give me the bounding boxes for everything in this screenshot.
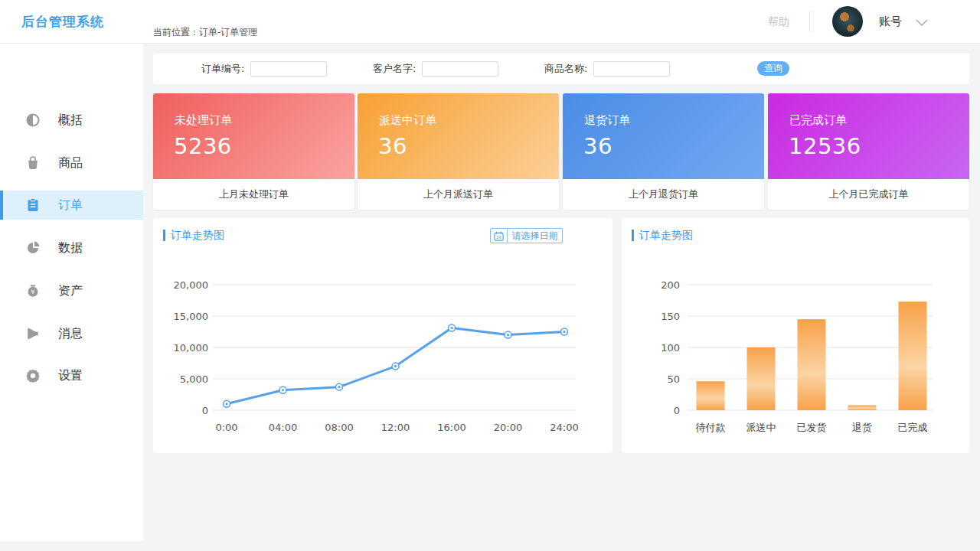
settings-icon (25, 368, 41, 383)
sidebar-item-label: 数据 (58, 240, 83, 256)
order-number-input[interactable] (250, 61, 327, 77)
order-trend-line-chart: 05,00010,00015,00020,0000:0004:0008:0012… (153, 256, 612, 448)
order-trend-bar-panel: 订单走势图 050100150200待付款派送中已发货退货已完成 (622, 218, 969, 453)
bar (747, 347, 776, 410)
title-accent-bar (632, 230, 634, 241)
x-tick-label: 04:00 (269, 422, 297, 433)
y-tick-label: 0 (674, 405, 680, 416)
sidebar-item-label: 资产 (58, 283, 83, 299)
active-indicator (0, 319, 3, 348)
data-point-dot (282, 389, 284, 391)
y-tick-label: 50 (667, 373, 680, 385)
date-picker-label: 请选择日期 (508, 230, 562, 243)
data-point-dot (338, 386, 340, 388)
data-icon (25, 240, 41, 256)
search-field-label: 商品名称: (544, 62, 587, 76)
sidebar-item-label: 设置 (58, 368, 83, 384)
card-title: 派送中订单 (379, 113, 436, 128)
y-tick-label: 150 (661, 311, 680, 322)
order-status-bar-chart: 050100150200待付款派送中已发货退货已完成 (622, 256, 969, 448)
x-category-label: 派送中 (746, 422, 776, 433)
search-field-group: 订单编号: (201, 61, 327, 77)
orders-icon (25, 197, 41, 213)
active-indicator (0, 361, 3, 390)
active-indicator (0, 276, 3, 305)
stat-card-1: 未处理订单 5236 上月未处理订单 (153, 93, 354, 210)
sidebar-item-settings[interactable]: 设置 (0, 361, 143, 390)
chevron-down-icon[interactable] (916, 19, 928, 26)
x-tick-label: 20:00 (494, 422, 522, 433)
data-point-dot (394, 365, 397, 367)
card-footer: 上个月已完成订单 (768, 179, 969, 210)
search-field-group: 商品名称: (544, 61, 670, 77)
search-field-group: 客户名字: (373, 61, 498, 77)
x-tick-label: 0:00 (215, 422, 237, 433)
card-value: 36 (378, 133, 407, 159)
top-header: 后台管理系统 当前位置：订单-订单管理 帮助 账号 (0, 0, 980, 44)
sidebar-item-label: 消息 (58, 326, 83, 342)
card-footer: 上月未处理订单 (153, 179, 354, 210)
card-value: 5236 (174, 133, 232, 159)
messages-icon (25, 326, 41, 341)
data-point-dot (450, 327, 452, 329)
y-tick-label: 10,000 (174, 342, 209, 354)
y-tick-label: 15,000 (174, 311, 209, 322)
sidebar-item-data[interactable]: 数据 (0, 233, 143, 262)
card-title: 已完成订单 (789, 113, 847, 128)
x-tick-label: 24:00 (550, 422, 578, 433)
stat-card-4: 已完成订单 12536 上个月已完成订单 (768, 93, 969, 210)
bar (697, 381, 725, 410)
panel-title: 订单走势图 (639, 229, 693, 243)
sidebar-item-messages[interactable]: 消息 (0, 319, 143, 348)
sidebar-item-overview[interactable]: 概括 (0, 106, 143, 135)
card-value: 36 (583, 133, 612, 159)
date-picker[interactable]: 24 请选择日期 (490, 228, 563, 243)
header-divider (809, 11, 810, 32)
data-point-dot (563, 331, 565, 333)
bar (798, 319, 826, 410)
app-logo: 后台管理系统 (21, 13, 104, 31)
x-category-label: 已完成 (898, 422, 928, 433)
panel-title: 订单走势图 (171, 229, 224, 243)
search-field-label: 客户名字: (373, 62, 416, 76)
sidebar-item-assets[interactable]: ¥ 资产 (0, 276, 143, 305)
stat-card-2: 派送中订单 36 上个月派送订单 (358, 93, 559, 210)
stat-card-3: 退货订单 36 上个月退货订单 (563, 93, 764, 210)
overview-icon (25, 112, 41, 128)
sidebar-item-products[interactable]: 商品 (0, 148, 143, 178)
product-name-input[interactable] (593, 61, 670, 77)
svg-text:¥: ¥ (31, 289, 35, 295)
active-indicator (0, 106, 3, 135)
user-avatar[interactable] (832, 6, 863, 37)
order-trend-line-panel: 订单走势图 24 请选择日期 05,00010,00015,00020,0000… (153, 218, 612, 453)
y-tick-label: 100 (661, 342, 680, 354)
sidebar-item-label: 订单 (58, 197, 83, 214)
y-tick-label: 20,000 (174, 279, 209, 291)
data-point-dot (225, 403, 227, 405)
account-menu[interactable]: 账号 (879, 15, 902, 29)
x-tick-label: 08:00 (325, 422, 353, 433)
y-tick-label: 0 (202, 405, 208, 416)
customer-name-input[interactable] (422, 61, 498, 77)
svg-text:24: 24 (496, 235, 501, 240)
breadcrumb: 当前位置：订单-订单管理 (153, 26, 257, 39)
bar (899, 302, 927, 410)
products-icon (25, 155, 41, 171)
active-indicator (0, 233, 3, 262)
x-category-label: 退货 (852, 422, 872, 433)
sidebar-item-orders[interactable]: 订单 (0, 191, 143, 220)
x-tick-label: 12:00 (381, 422, 410, 433)
search-panel: 查询 订单编号: 客户名字: 商品名称: (153, 54, 969, 84)
x-tick-label: 16:00 (437, 422, 466, 433)
query-button[interactable]: 查询 (757, 61, 789, 76)
active-indicator (0, 148, 3, 178)
card-value: 12536 (789, 133, 861, 159)
x-category-label: 待付款 (696, 422, 726, 433)
bar (848, 405, 877, 410)
title-accent-bar (163, 230, 165, 241)
help-link[interactable]: 帮助 (768, 15, 789, 29)
x-category-label: 已发货 (797, 422, 827, 433)
y-tick-label: 5,000 (180, 373, 208, 385)
y-tick-label: 200 (661, 279, 680, 291)
card-title: 未处理订单 (175, 113, 232, 128)
